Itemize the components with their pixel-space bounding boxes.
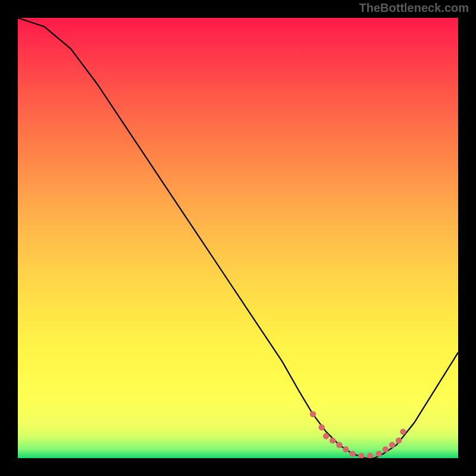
curve-marker xyxy=(318,424,324,430)
curve-marker xyxy=(367,453,373,458)
curve-marker xyxy=(310,411,316,417)
curve-markers xyxy=(310,411,406,458)
curve-marker xyxy=(376,450,382,456)
plot-frame xyxy=(18,18,458,458)
curve-marker xyxy=(323,433,329,439)
curve-marker xyxy=(358,453,364,458)
bottleneck-curve xyxy=(18,18,458,458)
curve-marker xyxy=(343,446,349,452)
curve-marker xyxy=(389,442,395,448)
curve-marker xyxy=(400,428,406,434)
curve-marker xyxy=(383,446,389,452)
curve-marker xyxy=(396,437,402,443)
curve-marker xyxy=(336,442,342,448)
chart-container: TheBottleneck.com xyxy=(0,0,476,476)
curve-marker xyxy=(349,450,355,456)
curve-marker xyxy=(330,437,336,443)
watermark-text: TheBottleneck.com xyxy=(359,1,469,15)
chart-svg xyxy=(18,18,458,458)
